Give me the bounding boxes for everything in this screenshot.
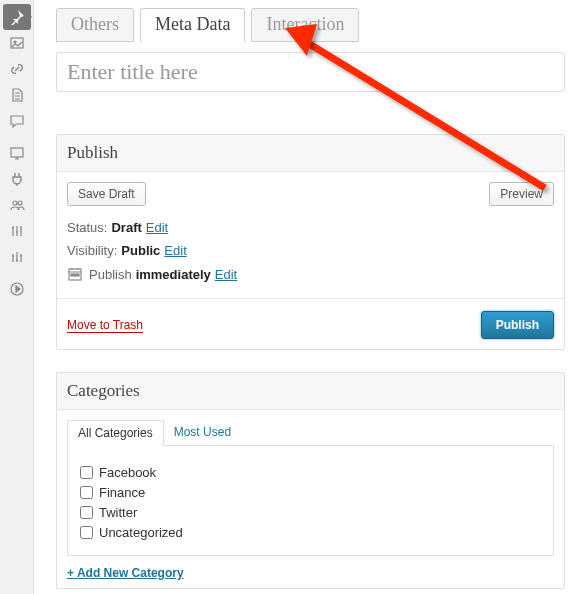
tab-all-categories[interactable]: All Categories	[67, 420, 164, 446]
preview-button[interactable]: Preview	[489, 182, 554, 206]
publish-panel: Publish Save Draft Preview Status: Draft…	[56, 134, 565, 350]
collapse-icon[interactable]	[3, 276, 31, 302]
admin-sidebar	[0, 0, 34, 594]
category-label: Uncategorized	[99, 525, 183, 540]
schedule-label: Publish	[89, 267, 132, 282]
visibility-edit-link[interactable]: Edit	[164, 243, 186, 258]
status-edit-link[interactable]: Edit	[146, 220, 168, 235]
tools-icon[interactable]	[3, 218, 31, 244]
calendar-icon	[67, 266, 83, 282]
comment-icon[interactable]	[3, 108, 31, 134]
category-item[interactable]: Facebook	[80, 465, 541, 480]
svg-rect-11	[77, 274, 79, 276]
tab-others[interactable]: Others	[56, 8, 134, 42]
schedule-value: immediately	[136, 267, 211, 282]
category-checkbox[interactable]	[80, 526, 93, 539]
svg-rect-9	[71, 274, 73, 276]
visibility-value: Public	[121, 243, 160, 258]
svg-point-5	[13, 201, 17, 205]
svg-rect-10	[74, 274, 76, 276]
tab-interaction[interactable]: Interaction	[251, 8, 359, 42]
tab-most-used[interactable]: Most Used	[164, 420, 241, 446]
title-input[interactable]	[56, 52, 565, 92]
category-label: Finance	[99, 485, 145, 500]
category-checkbox[interactable]	[80, 506, 93, 519]
status-value: Draft	[111, 220, 141, 235]
svg-point-6	[18, 201, 22, 205]
category-label: Facebook	[99, 465, 156, 480]
media-icon[interactable]	[3, 30, 31, 56]
categories-tabs: All Categories Most Used	[67, 420, 554, 446]
category-checkbox[interactable]	[80, 466, 93, 479]
schedule-edit-link[interactable]: Edit	[215, 267, 237, 282]
category-checkbox[interactable]	[80, 486, 93, 499]
link-icon[interactable]	[3, 56, 31, 82]
publish-button[interactable]: Publish	[481, 311, 554, 339]
add-new-category-link[interactable]: + Add New Category	[67, 566, 184, 580]
category-item[interactable]: Finance	[80, 485, 541, 500]
settings-icon[interactable]	[3, 244, 31, 270]
plugin-icon[interactable]	[3, 166, 31, 192]
svg-point-3	[14, 41, 16, 43]
status-label: Status:	[67, 220, 107, 235]
categories-list: Facebook Finance Twitter Uncategorized	[67, 445, 554, 556]
appearance-icon[interactable]	[3, 140, 31, 166]
category-label: Twitter	[99, 505, 137, 520]
pin-icon[interactable]	[3, 4, 31, 30]
page-icon[interactable]	[3, 82, 31, 108]
status-row: Status: Draft Edit	[67, 220, 554, 235]
move-to-trash-link[interactable]: Move to Trash	[67, 318, 143, 333]
category-item[interactable]: Uncategorized	[80, 525, 541, 540]
tab-meta-data[interactable]: Meta Data	[140, 8, 245, 42]
category-item[interactable]: Twitter	[80, 505, 541, 520]
categories-panel: Categories All Categories Most Used Face…	[56, 372, 565, 589]
visibility-row: Visibility: Public Edit	[67, 243, 554, 258]
svg-rect-4	[11, 148, 23, 157]
schedule-row: Publish immediately Edit	[67, 266, 554, 282]
visibility-label: Visibility:	[67, 243, 117, 258]
main-content: Others Meta Data Interaction Publish Sav…	[34, 0, 583, 589]
publish-header: Publish	[57, 135, 564, 172]
users-icon[interactable]	[3, 192, 31, 218]
categories-header: Categories	[57, 373, 564, 410]
save-draft-button[interactable]: Save Draft	[67, 182, 146, 206]
post-type-tabs: Others Meta Data Interaction	[56, 8, 565, 42]
